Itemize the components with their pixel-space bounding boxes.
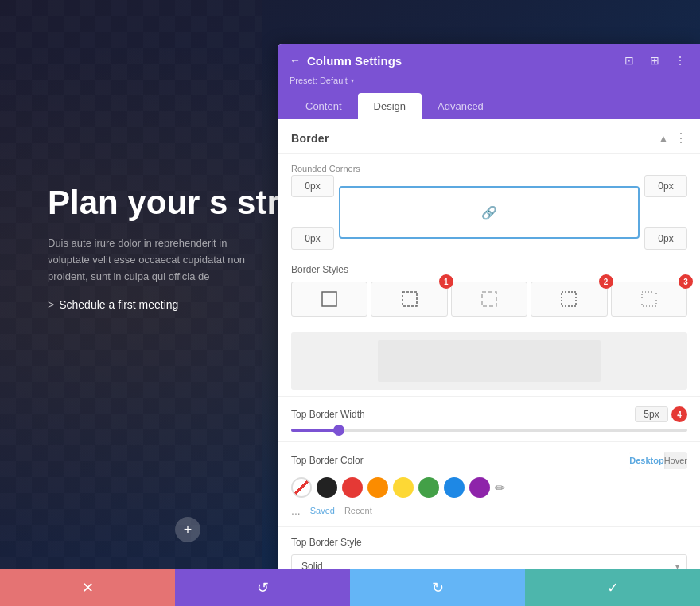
corners-grid: 🔗 (291, 177, 687, 248)
top-border-width-value[interactable] (635, 406, 668, 422)
link-icon[interactable]: 🔗 (481, 205, 497, 220)
badge-3: 3 (679, 274, 693, 289)
section-title: Border (291, 132, 329, 145)
color-swatches: ✏ (291, 477, 687, 498)
swatch-green[interactable] (418, 477, 439, 498)
rounded-corners-area: Rounded Corners 🔗 (278, 154, 700, 258)
swatch-purple[interactable] (469, 477, 490, 498)
section-more-icon[interactable]: ⋮ (675, 130, 687, 146)
cancel-icon: ✕ (82, 579, 94, 596)
preset-label: Preset: Default (290, 76, 348, 85)
swatch-transparent[interactable] (291, 477, 312, 498)
svg-rect-1 (402, 292, 417, 306)
settings-panel: ← Column Settings ⊡ ⊞ ⋮ Preset: Default … (278, 44, 700, 606)
section-actions: ▲ ⋮ (659, 130, 687, 146)
top-right-input[interactable] (644, 175, 687, 197)
svg-rect-4 (642, 292, 656, 306)
border-styles-area: Border Styles 1 (278, 258, 700, 326)
recent-button[interactable]: Recent (344, 506, 372, 515)
swatch-yellow[interactable] (393, 477, 414, 498)
left-col (291, 175, 334, 250)
top-left-input[interactable] (291, 175, 334, 197)
border-section: Border ▲ ⋮ Rounded Corners 🔗 (278, 119, 700, 606)
rounded-corners-label: Rounded Corners (291, 164, 687, 173)
right-col (644, 175, 687, 250)
add-icon: + (184, 522, 192, 538)
slider-thumb[interactable] (333, 425, 344, 436)
saved-button[interactable]: Saved (310, 506, 335, 515)
undo-button[interactable]: ↺ (175, 569, 350, 606)
preset-arrow-icon: ▾ (351, 77, 354, 84)
badge-1: 1 (439, 274, 453, 289)
style-option-dashed4[interactable]: 3 (611, 282, 687, 317)
tab-content[interactable]: Content (290, 93, 358, 119)
dots-icon[interactable]: ... (291, 504, 301, 517)
tab-design[interactable]: Design (358, 93, 422, 119)
color-tab-hover[interactable]: Hover (664, 452, 687, 469)
color-tab-desktop[interactable]: Desktop (629, 452, 663, 469)
badge-2: 2 (599, 274, 613, 289)
back-icon[interactable]: ← (290, 54, 301, 67)
preview-inner (378, 340, 601, 382)
dashed3-border-icon (560, 290, 578, 308)
badge-4: 4 (671, 406, 687, 422)
cancel-button[interactable]: ✕ (0, 569, 175, 606)
top-border-style-label: Top Border Style (291, 537, 687, 548)
slider-fill (291, 429, 339, 432)
top-border-width-label: Top Border Width (291, 409, 365, 420)
style-option-solid[interactable] (291, 282, 368, 317)
border-preview-box (291, 332, 687, 390)
slider-label-row: Top Border Width 4 (291, 406, 687, 422)
top-border-width-section: Top Border Width 4 (278, 396, 700, 441)
color-label-row: Top Border Color Desktop Hover (291, 452, 687, 469)
panel-title-area: ← Column Settings (290, 54, 402, 68)
bottom-right-input[interactable] (644, 227, 687, 250)
bottom-bar: ✕ ↺ ↻ ✓ (0, 569, 700, 606)
more-icon[interactable]: ⋮ (671, 52, 689, 69)
svg-rect-2 (482, 292, 496, 306)
slider-track[interactable] (291, 429, 687, 432)
confirm-icon: ✓ (607, 579, 619, 596)
svg-rect-3 (562, 292, 576, 306)
panel-header-top: ← Column Settings ⊡ ⊞ ⋮ (290, 52, 689, 76)
slider-value-area: 4 (635, 406, 687, 422)
svg-rect-0 (322, 292, 336, 306)
style-option-dashed1[interactable]: 1 (371, 282, 447, 317)
border-styles-label: Border Styles (291, 264, 687, 275)
swatch-red[interactable] (342, 477, 363, 498)
eyedropper-icon[interactable]: ✏ (495, 480, 505, 495)
swatch-blue[interactable] (444, 477, 465, 498)
redo-button[interactable]: ↻ (350, 569, 525, 606)
panel-content[interactable]: Border ▲ ⋮ Rounded Corners 🔗 (278, 119, 700, 606)
style-options-row: 1 2 (291, 282, 687, 317)
undo-icon: ↺ (257, 579, 269, 596)
responsive-icon[interactable]: ⊡ (620, 52, 638, 69)
color-tabs: Desktop Hover (629, 452, 687, 469)
style-option-dashed3[interactable]: 2 (531, 282, 607, 317)
panel-title: Column Settings (307, 54, 402, 68)
border-preview-area (278, 326, 700, 396)
section-header: Border ▲ ⋮ (278, 119, 700, 154)
top-border-color-section: Top Border Color Desktop Hover (278, 441, 700, 526)
hero-link-label: Schedule a first meeting (59, 298, 178, 311)
redo-icon: ↻ (432, 579, 444, 596)
dashed4-border-icon (640, 290, 658, 308)
dashed1-border-icon (401, 290, 418, 308)
preset-row[interactable]: Preset: Default ▾ (290, 76, 689, 93)
tabs-row: Content Design Advanced (290, 93, 689, 119)
corner-preview-box: 🔗 (339, 186, 640, 239)
dashed2-border-icon (480, 290, 498, 308)
confirm-button[interactable]: ✓ (525, 569, 700, 606)
style-option-dashed2[interactable] (451, 282, 527, 317)
collapse-icon[interactable]: ▲ (659, 133, 668, 144)
add-button[interactable]: + (175, 517, 200, 542)
panel-header: ← Column Settings ⊡ ⊞ ⋮ Preset: Default … (278, 44, 700, 119)
saved-row: ... Saved Recent (291, 504, 687, 517)
layout-icon[interactable]: ⊞ (646, 52, 663, 69)
tab-advanced[interactable]: Advanced (422, 93, 500, 119)
bottom-left-input[interactable] (291, 227, 334, 250)
swatch-black[interactable] (317, 477, 337, 498)
hero-paragraph: Duis aute irure dolor in reprehenderit i… (48, 235, 247, 285)
solid-border-icon (321, 290, 338, 308)
swatch-orange[interactable] (368, 477, 388, 498)
